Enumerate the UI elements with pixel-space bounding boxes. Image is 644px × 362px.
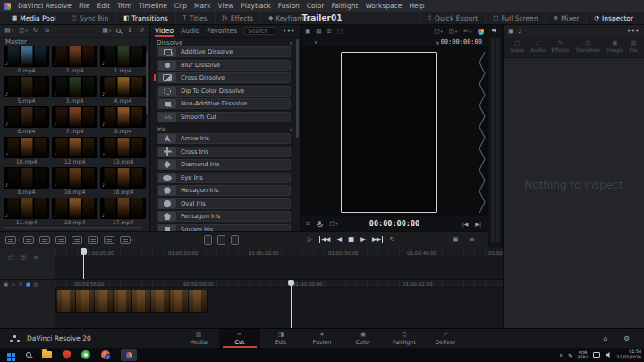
external-monitor-icon[interactable]: ▢ xyxy=(337,29,343,35)
menu-item[interactable]: Workspace xyxy=(361,0,405,12)
page-tab[interactable]: ↗ Deliver xyxy=(425,329,466,348)
transitions-tab[interactable]: Favorites xyxy=(207,25,237,37)
media-clip[interactable]: ♪ 6.mp4 xyxy=(4,106,49,135)
color-wheel-icon[interactable] xyxy=(478,29,484,35)
people-icon[interactable]: ⊙ xyxy=(19,282,23,289)
collapse-icon[interactable]: ∧ xyxy=(289,127,292,132)
lower-timeline-ruler[interactable]: 00:59:56:0000:59:58:0001:00:00:0001:00:0… xyxy=(55,280,503,288)
page-tab[interactable]: ♫ Fairlight xyxy=(384,329,425,348)
media-clip[interactable]: ♪ 13.mp4 xyxy=(100,137,146,165)
sort-icon[interactable]: ↕ xyxy=(127,28,133,34)
zoom-fit-icon[interactable]: ▢ xyxy=(8,255,13,279)
media-clip[interactable]: ♪ 2.mp4 xyxy=(52,46,97,74)
menu-item[interactable]: View xyxy=(215,0,238,12)
media-clip[interactable]: ♪ 11.mp4 xyxy=(4,198,49,226)
video-track-icon[interactable]: ▣ xyxy=(4,282,8,289)
transition-item[interactable]: Blur Dissolve xyxy=(157,60,291,71)
menu-item[interactable]: Fairlight xyxy=(327,0,361,12)
taskbar-app-badge-icon[interactable] xyxy=(101,350,110,359)
network-icon[interactable] xyxy=(593,352,600,358)
transition-item[interactable]: Diamond Iris xyxy=(157,159,291,170)
taskbar-search-icon[interactable] xyxy=(26,352,31,358)
media-pool-hscrollbar[interactable] xyxy=(4,227,142,229)
page-tab[interactable]: ◨ Edit xyxy=(260,329,301,348)
inspector-tab[interactable]: ♪ Audio xyxy=(530,40,545,53)
section-header-dissolve[interactable]: Dissolve ∧ xyxy=(150,38,300,46)
inspector-tab[interactable]: ▤ File xyxy=(629,40,638,53)
media-pool-vscrollbar[interactable] xyxy=(146,52,148,114)
audio-track-icon[interactable]: ∿ xyxy=(12,282,16,289)
menu-item[interactable]: Mark xyxy=(191,0,215,12)
start-button[interactable] xyxy=(7,353,11,357)
transition-item[interactable]: Eye Iris xyxy=(157,173,291,183)
workspace-button[interactable]: ≣ Mixer xyxy=(545,12,586,24)
transition-item[interactable]: Hexagon Iris xyxy=(157,185,291,196)
tape-view-icon[interactable]: ▤ xyxy=(316,29,321,35)
cut-preview-icon[interactable] xyxy=(217,235,225,245)
panel-toggle-button[interactable]: ◫ Sync Bin xyxy=(64,12,116,24)
media-clip[interactable]: ♪ 9.mp4 xyxy=(100,106,146,135)
lower-playhead-handle[interactable] xyxy=(288,280,294,286)
inspector-tab[interactable]: ▢ Video xyxy=(510,40,524,53)
panel-toggle-button[interactable]: T Titles xyxy=(175,12,215,24)
upper-playhead[interactable] xyxy=(83,248,84,279)
video-track[interactable] xyxy=(55,288,503,329)
clock[interactable]: 01:54 21/02/2026 xyxy=(616,349,641,360)
more-options-icon[interactable]: ••• xyxy=(283,28,295,35)
timeline-view-icon[interactable]: ≡ xyxy=(326,29,331,35)
page-tab[interactable]: ✂ Cut xyxy=(219,329,260,348)
smart-insert-icon[interactable]: ▾ xyxy=(5,236,19,244)
transition-item[interactable]: Pentagon Iris xyxy=(157,211,291,222)
close-up-icon[interactable] xyxy=(55,236,67,244)
step-back-button[interactable]: ◀ xyxy=(336,236,341,243)
media-view-icon[interactable]: ▣ xyxy=(305,29,310,35)
search-icon[interactable] xyxy=(116,29,122,33)
workspace-button[interactable]: ◔ Inspector xyxy=(586,12,640,24)
loop-button[interactable]: ↻ xyxy=(390,236,394,243)
zoom-option-icon[interactable]: ▢▾ xyxy=(434,29,442,35)
next-edit-icon[interactable]: ▶| xyxy=(475,221,481,227)
viewer-mode-chevron[interactable]: ∨ xyxy=(314,39,318,45)
media-clip[interactable]: ♪ 7.mp4 xyxy=(52,106,97,135)
page-tab[interactable]: ◉ Color xyxy=(343,329,384,348)
upper-timeline-body[interactable] xyxy=(55,257,503,279)
page-tab[interactable]: ▥ Media xyxy=(178,329,219,348)
media-clip[interactable]: ♪ 8.mp4 xyxy=(4,167,49,196)
previous-edit-icon[interactable]: |◀ xyxy=(462,221,469,227)
clip-details-icon[interactable]: ≡ xyxy=(306,221,310,227)
audio-inspector-icon[interactable]: ♪ xyxy=(518,28,521,35)
media-clip[interactable]: ♪ 0.mp4 xyxy=(4,46,49,74)
ripple-overwrite-icon[interactable] xyxy=(39,236,51,244)
snap-icon[interactable] xyxy=(104,236,115,244)
clip-filter-icon[interactable]: ⊘ xyxy=(45,28,51,34)
effect-preview-icon[interactable] xyxy=(231,235,239,245)
transition-item[interactable]: Cross Dissolve xyxy=(157,72,291,83)
media-clip[interactable]: ♪ 5.mp4 xyxy=(4,76,49,105)
zoom-detail-icon[interactable]: ◫ xyxy=(21,255,26,279)
transitions-scrollbar[interactable] xyxy=(296,39,299,138)
language-indicator[interactable]: POR PTB2 xyxy=(578,350,588,360)
upper-timeline-ruler[interactable]: 01:00:00:0001:00:10:0001:00:20:0001:00:3… xyxy=(55,248,503,257)
tray-expand-icon[interactable]: ∧ xyxy=(559,352,563,358)
match-frame-button[interactable]: ▣ xyxy=(453,236,459,243)
thumbnail-view-icon[interactable]: ▦▾ xyxy=(102,28,111,34)
video-frame[interactable] xyxy=(341,52,437,213)
media-clip[interactable]: ♪ 3.mp4 xyxy=(52,76,97,105)
media-clip[interactable]: ♪ 18.mp4 xyxy=(100,167,146,196)
menu-item[interactable]: Fusion xyxy=(275,0,303,12)
transition-item[interactable]: Dip To Color Dissolve xyxy=(157,86,291,97)
collapse-icon[interactable]: ∧ xyxy=(289,40,292,46)
transitions-tab[interactable]: Audio xyxy=(181,25,199,37)
menu-item[interactable]: Help xyxy=(405,0,428,12)
inspector-tab[interactable]: ✎ Effects xyxy=(552,40,570,53)
transition-item[interactable]: Arrow Iris xyxy=(157,133,291,144)
voiceover-mic-icon[interactable] xyxy=(318,221,321,225)
skip-back-button[interactable]: ◀◀ xyxy=(319,236,330,243)
timeline-clip[interactable] xyxy=(55,290,208,313)
play-around-button[interactable]: ▷ xyxy=(308,236,312,243)
clone-bin-icon[interactable]: ◫▾ xyxy=(19,28,28,34)
media-clip[interactable]: ♪ 10.mp4 xyxy=(4,137,49,165)
source-overwrite-icon[interactable] xyxy=(88,236,99,244)
append-icon[interactable] xyxy=(23,236,35,244)
menu-item[interactable]: File xyxy=(75,0,94,12)
